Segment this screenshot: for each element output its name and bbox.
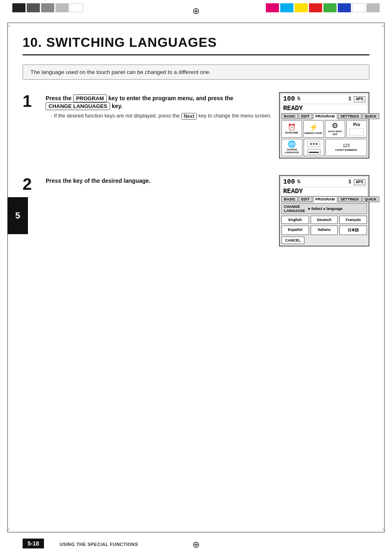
screen-2-lang-header: CHANGELANGUAGE ►Select a language [281, 203, 367, 214]
screen-1-tabs: BASIC EDIT PROGRAM SETTINGS QUICK [281, 113, 367, 119]
screen-1-aps: APS [354, 96, 365, 102]
swatch-magenta [266, 3, 279, 12]
icon-datetime: ⏰ DATE/TIME [281, 120, 302, 138]
lang-english[interactable]: English [281, 216, 309, 224]
icon-countnumbers: 123 COUNT NUMBERS [325, 139, 367, 156]
countnumbers-label: COUNT NUMBERS [335, 149, 357, 152]
swatch-darkgray [27, 3, 40, 12]
lang-header-text: CHANGELANGUAGE [284, 205, 305, 213]
pro-label: Pro [353, 122, 360, 127]
tab-settings-1: SETTINGS [338, 113, 362, 119]
step-1-text: Press the PROGRAM key to enter the progr… [46, 92, 272, 120]
step-2-text: Press the key of the desired language. [46, 175, 272, 186]
swatch-red [309, 3, 322, 12]
screen-1-pct-sign: % [297, 96, 300, 102]
datetime-label: DATE/TIME [285, 131, 298, 134]
step-1-sub: If the desired function keys are not dis… [51, 113, 272, 120]
color-bar-left [12, 3, 83, 12]
countnumbers-glyph: 123 [343, 144, 350, 148]
tab-edit-2: EDIT [299, 196, 312, 202]
tab-program-2: PROGRAM [313, 196, 337, 202]
top-crosshair: ⊕ [192, 6, 200, 16]
tab-quick-1: QUICK [362, 113, 379, 119]
screen-2-copies: 1 [348, 179, 351, 185]
screen-1-ready: READY [281, 104, 367, 113]
bottom-bar: 5-18 USING THE SPECIAL FUNCTIONS ⊕ [0, 532, 392, 555]
step-2-number: 2 [23, 176, 38, 192]
autoshutoff-label: AUTO SHUT OFF [325, 130, 345, 136]
steps-container: 1 Press the PROGRAM key to enter the pro… [23, 92, 369, 246]
tab-settings-2: SETTINGS [338, 196, 362, 202]
tab-basic-2: BASIC [281, 196, 298, 202]
swatch-white [70, 3, 83, 12]
step-2-row: 2 Press the key of the desired language.… [23, 175, 369, 246]
page-number: 5-18 [23, 539, 44, 548]
screen-1-icons-row2: 🌐 CHANGELANGUAGE ★★★ ▬▬▬ 123 COUNT NUMBE… [281, 139, 367, 156]
screen-mockup-1: 100 % 1 APS READY BASIC EDIT PROGRAM SET… [279, 92, 369, 159]
tab-basic-1: BASIC [281, 113, 298, 119]
tab-edit-1: EDIT [299, 113, 312, 119]
bottom-label: USING THE SPECIAL FUNCTIONS [60, 542, 138, 547]
top-bar: ⊕ [0, 0, 392, 23]
screen-2-lang-grid: English Deutsch Français Español Italian… [281, 216, 367, 235]
lang-select-text: ►Select a language [308, 207, 343, 211]
step-1-row: 1 Press the PROGRAM key to enter the pro… [23, 92, 369, 159]
intro-text: The language used on the touch panel can… [30, 69, 211, 75]
step-2-bold: Press the key of the desired language. [46, 177, 272, 184]
intro-box: The language used on the touch panel can… [23, 64, 369, 80]
next-key: Next [181, 113, 197, 120]
icon-changelang: 🌐 CHANGELANGUAGE [281, 139, 302, 156]
swatch-yellow [295, 3, 308, 12]
tab-quick-2: QUICK [362, 196, 379, 202]
icon-autoshutoff: ⚙ AUTO SHUT OFF [325, 120, 346, 138]
changelang-glyph: 🌐 [288, 141, 296, 147]
screen-1-topbar: 100 % 1 APS [281, 94, 367, 104]
tab-program-1: PROGRAM [313, 113, 337, 119]
icon-pro: Pro [346, 120, 367, 138]
cancel-button[interactable]: CANCEL [281, 237, 304, 244]
screen-2-ready: READY [281, 187, 367, 196]
energysave-glyph: ⚡ [309, 124, 318, 131]
swatch-black [12, 3, 25, 12]
screen-mockup-2: 100 % 1 APS READY BASIC EDIT PROGRAM SET… [279, 175, 369, 246]
swatch-lightgray2 [367, 3, 380, 12]
chapter-number: 10. [23, 35, 42, 50]
changelang-label: CHANGELANGUAGE [285, 148, 299, 154]
step-1-number: 1 [23, 93, 38, 109]
autoshutoff-glyph: ⚙ [332, 122, 338, 129]
step-1-bold: Press the PROGRAM key to enter the progr… [46, 94, 272, 110]
main-content: 10. SWITCHING LANGUAGES The language use… [0, 23, 392, 271]
screen-1-container: 100 % 1 APS READY BASIC EDIT PROGRAM SET… [279, 92, 369, 159]
screen-2-pct-sign: % [297, 179, 300, 185]
corner-mark-br: └ [381, 527, 384, 532]
swatch-gray [41, 3, 54, 12]
program-key: PROGRAM [73, 94, 107, 102]
screen-1-percent-val: 100 [283, 95, 295, 103]
corner-mark-bl: ┘ [8, 527, 11, 532]
swatch-green [323, 3, 337, 12]
screen-2-aps: APS [354, 179, 365, 185]
swatch-cyan [280, 3, 293, 12]
screen-1-icons-grid: ⏰ DATE/TIME ⚡ ENERGY SAVE ⚙ AUTO SHUT OF… [281, 120, 367, 138]
color-bar-right [266, 3, 380, 12]
lang-espanol[interactable]: Español [281, 226, 309, 235]
energysave-label: ENERGY SAVE [304, 132, 322, 135]
lang-francais[interactable]: Français [339, 216, 367, 224]
screen-2-tabs: BASIC EDIT PROGRAM SETTINGS QUICK [281, 196, 367, 202]
datetime-glyph: ⏰ [288, 124, 296, 131]
change-languages-key: CHANGE LANGUAGES [46, 102, 110, 110]
icon-energysave: ⚡ ENERGY SAVE [303, 120, 324, 138]
screen-1-copies: 1 [348, 96, 351, 102]
icon-stars: ★★★ ▬▬▬ [304, 139, 325, 156]
lang-japanese[interactable]: 日本語 [339, 226, 367, 235]
lang-deutsch[interactable]: Deutsch [311, 216, 338, 224]
chapter-title-text: SWITCHING LANGUAGES [46, 35, 217, 50]
screen-2-container: 100 % 1 APS READY BASIC EDIT PROGRAM SET… [279, 175, 369, 246]
swatch-blue [338, 3, 351, 12]
swatch-lightgray [55, 3, 69, 12]
screen-2-percent-val: 100 [283, 178, 295, 186]
swatch-white2 [352, 3, 365, 12]
bottom-crosshair: ⊕ [192, 539, 200, 550]
chapter-title: 10. SWITCHING LANGUAGES [23, 35, 369, 55]
lang-italiano[interactable]: Italiano [311, 226, 338, 235]
